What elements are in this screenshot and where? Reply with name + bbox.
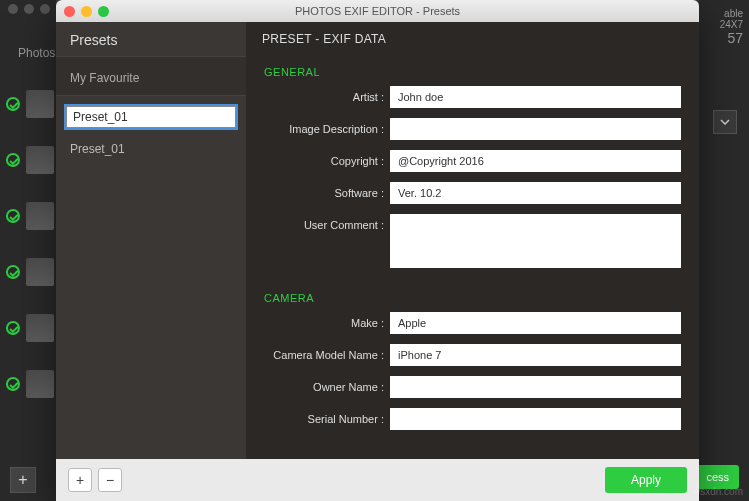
- parent-right-text: able 24X7: [715, 8, 743, 30]
- thumb-item[interactable]: [6, 370, 54, 398]
- serial-label: Serial Number :: [250, 408, 390, 425]
- parent-sidebar-label: Photos: [18, 46, 55, 60]
- chevron-down-icon: [720, 119, 730, 125]
- modal-footer: + − Apply: [56, 459, 699, 501]
- model-label: Camera Model Name :: [250, 344, 390, 361]
- field-make: Make :: [250, 312, 681, 334]
- model-input[interactable]: [390, 344, 681, 366]
- field-model: Camera Model Name :: [250, 344, 681, 366]
- user-comment-label: User Comment :: [250, 214, 390, 231]
- close-icon[interactable]: [64, 6, 75, 17]
- preset-content: PRESET - EXIF DATA GENERAL Artist : Imag…: [246, 22, 699, 459]
- artist-input[interactable]: [390, 86, 681, 108]
- field-owner: Owner Name :: [250, 376, 681, 398]
- form-scroll[interactable]: GENERAL Artist : Image Description : Cop…: [246, 52, 699, 459]
- thumb-item[interactable]: [6, 258, 54, 286]
- maximize-icon[interactable]: [98, 6, 109, 17]
- field-copyright: Copyright :: [250, 150, 681, 172]
- field-software: Software :: [250, 182, 681, 204]
- serial-input[interactable]: [390, 408, 681, 430]
- image-description-input[interactable]: [390, 118, 681, 140]
- parent-add-button[interactable]: +: [10, 467, 36, 493]
- sidebar-subheader[interactable]: My Favourite: [56, 56, 246, 96]
- add-preset-button[interactable]: +: [68, 468, 92, 492]
- software-input[interactable]: [390, 182, 681, 204]
- image-description-label: Image Description :: [250, 118, 390, 135]
- check-icon: [6, 321, 20, 335]
- thumb-item[interactable]: [6, 90, 54, 118]
- check-icon: [6, 209, 20, 223]
- section-general: GENERAL: [250, 56, 681, 86]
- parent-close[interactable]: [8, 4, 18, 14]
- check-icon: [6, 265, 20, 279]
- photo-thumb: [26, 314, 54, 342]
- parent-thumbs: [6, 90, 54, 398]
- field-artist: Artist :: [250, 86, 681, 108]
- copyright-label: Copyright :: [250, 150, 390, 167]
- section-camera: CAMERA: [250, 282, 681, 312]
- photo-thumb: [26, 370, 54, 398]
- check-icon: [6, 377, 20, 391]
- watermark: wsxdn.com: [693, 486, 743, 497]
- apply-button[interactable]: Apply: [605, 467, 687, 493]
- minimize-icon[interactable]: [81, 6, 92, 17]
- thumb-item[interactable]: [6, 314, 54, 342]
- thumb-item[interactable]: [6, 202, 54, 230]
- owner-input[interactable]: [390, 376, 681, 398]
- sidebar-header: Presets: [56, 22, 246, 56]
- parent-traffic-lights: [8, 4, 50, 14]
- software-label: Software :: [250, 182, 390, 199]
- parent-right-info: able 24X7 57: [709, 0, 749, 54]
- copyright-input[interactable]: [390, 150, 681, 172]
- check-icon: [6, 153, 20, 167]
- field-serial: Serial Number :: [250, 408, 681, 430]
- preset-name-input[interactable]: [66, 106, 236, 128]
- make-input[interactable]: [390, 312, 681, 334]
- preset-list-item[interactable]: Preset_01: [56, 132, 246, 166]
- remove-preset-button[interactable]: −: [98, 468, 122, 492]
- parent-max[interactable]: [40, 4, 50, 14]
- parent-dropdown[interactable]: [713, 110, 737, 134]
- parent-right-count: 57: [715, 30, 743, 46]
- photo-thumb: [26, 90, 54, 118]
- modal-title: PHOTOS EXIF EDITOR - Presets: [295, 5, 460, 17]
- modal-body: Presets My Favourite Preset_01 PRESET - …: [56, 22, 699, 459]
- field-user-comment: User Comment :: [250, 214, 681, 272]
- check-icon: [6, 97, 20, 111]
- content-header: PRESET - EXIF DATA: [246, 22, 699, 52]
- modal-traffic-lights: [64, 6, 109, 17]
- presets-modal: PHOTOS EXIF EDITOR - Presets Presets My …: [56, 0, 699, 501]
- artist-label: Artist :: [250, 86, 390, 103]
- photo-thumb: [26, 258, 54, 286]
- photo-thumb: [26, 146, 54, 174]
- thumb-item[interactable]: [6, 146, 54, 174]
- presets-sidebar: Presets My Favourite Preset_01: [56, 22, 246, 459]
- field-image-description: Image Description :: [250, 118, 681, 140]
- user-comment-input[interactable]: [390, 214, 681, 268]
- parent-min[interactable]: [24, 4, 34, 14]
- preset-name-edit: [66, 106, 236, 128]
- owner-label: Owner Name :: [250, 376, 390, 393]
- make-label: Make :: [250, 312, 390, 329]
- modal-titlebar: PHOTOS EXIF EDITOR - Presets: [56, 0, 699, 22]
- photo-thumb: [26, 202, 54, 230]
